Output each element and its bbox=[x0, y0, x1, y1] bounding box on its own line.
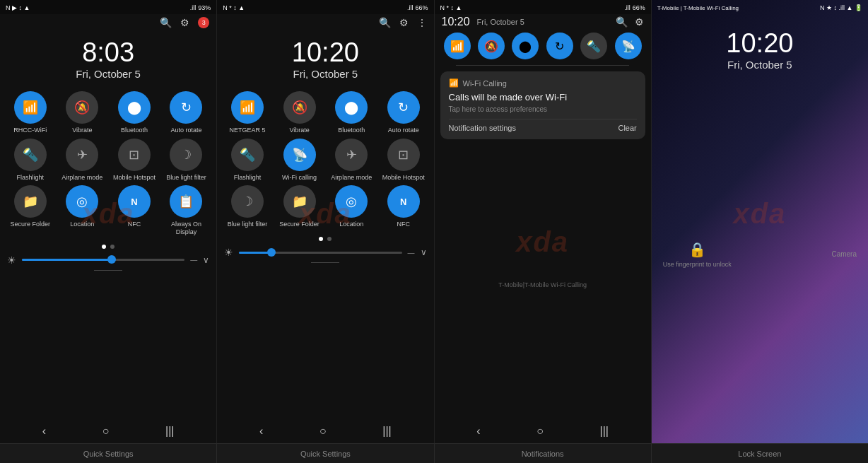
back-btn-2[interactable]: ‹ bbox=[259, 425, 263, 438]
qs-securefolder-label-2: Secure Folder bbox=[279, 221, 319, 228]
qs-hotspot-1[interactable]: ⊡ Mobile Hotspot bbox=[110, 139, 159, 182]
home-btn-3[interactable]: ○ bbox=[536, 425, 544, 438]
brightness-2: ☀ — ∨ bbox=[217, 244, 433, 261]
notif-panel-content-3: 📶 Wi-Fi Calling Calls will be made over … bbox=[435, 69, 651, 148]
settings-icon-3[interactable]: ⚙ bbox=[635, 16, 644, 28]
back-btn-1[interactable]: ‹ bbox=[42, 425, 46, 438]
qs-nfc-1[interactable]: N NFC bbox=[110, 185, 159, 236]
settings-icon-2[interactable]: ⚙ bbox=[399, 17, 409, 28]
qs-flash-1[interactable]: 🔦 Flashlight bbox=[6, 139, 55, 182]
qs-airplane-1[interactable]: ✈ Airplane mode bbox=[58, 139, 107, 182]
dot-active-1 bbox=[102, 245, 106, 249]
qs-location-2[interactable]: ◎ Location bbox=[327, 185, 376, 228]
brightness-thumb-2 bbox=[267, 248, 276, 257]
more-icon-2[interactable]: ⋮ bbox=[417, 17, 427, 28]
screenshots-row: N ▶ ↕ ▲ .ill 93% 🔍 ⚙ 3 8:03 Fri, October… bbox=[0, 0, 868, 443]
time-display-2: 10:20 Fri, October 5 bbox=[217, 31, 433, 91]
notif-clear-btn-3[interactable]: Clear bbox=[618, 124, 636, 132]
caption-1: Quick Settings bbox=[0, 444, 217, 463]
notif-settings-btn-3[interactable]: Notification settings bbox=[449, 124, 516, 132]
notif-title-3: Calls will be made over Wi-Fi bbox=[449, 92, 637, 102]
qs-bluelight-icon-1: ☽ bbox=[170, 139, 202, 171]
qs-bt-1[interactable]: ⬤ Bluetooth bbox=[110, 91, 159, 134]
qs-wifi-1[interactable]: 📶 RHCC-WiFi bbox=[6, 91, 55, 134]
home-btn-2[interactable]: ○ bbox=[319, 425, 327, 438]
xda-watermark-3: xda bbox=[516, 226, 569, 258]
qs-hotspot-label-2: Mobile Hotspot bbox=[382, 174, 425, 182]
qs-location-1[interactable]: ◎ Location bbox=[58, 185, 107, 236]
status-right-2: .ill 66% bbox=[407, 4, 428, 11]
notif-badge-1[interactable]: 3 bbox=[198, 17, 209, 28]
qs-wifi-label-2: NETGEAR 5 bbox=[230, 127, 266, 134]
qs-small-vibrate-3[interactable]: 🔕 bbox=[478, 33, 505, 59]
qs-small-rotate-3[interactable]: ↻ bbox=[546, 33, 573, 59]
qs-location-icon-1: ◎ bbox=[66, 185, 98, 218]
brightness-track-1[interactable] bbox=[22, 259, 184, 261]
brightness-fill-1 bbox=[22, 259, 112, 261]
signal-icon-3: .ill bbox=[624, 4, 631, 11]
brightness-1: ☀ — ∨ bbox=[0, 252, 216, 269]
panel-notifications: N * ↕ ▲ .ill 66% 10:20 Fri, October 5 🔍 … bbox=[435, 0, 652, 443]
qs-small-bt-3[interactable]: ⬤ bbox=[512, 33, 539, 59]
qs-grid-2: 📶 NETGEAR 5 🔕 Vibrate ⬤ Bluetooth ↻ Auto… bbox=[217, 91, 433, 234]
dot-inactive-1 bbox=[110, 245, 115, 249]
brightness-expand-1[interactable]: ∨ bbox=[203, 255, 209, 265]
qs-small-flash-3[interactable]: 🔦 bbox=[580, 33, 607, 59]
search-icon-3[interactable]: 🔍 bbox=[616, 16, 628, 28]
qs-hotspot-2[interactable]: ⊡ Mobile Hotspot bbox=[379, 139, 428, 182]
qs-bluelight-2[interactable]: ☽ Blue light filter bbox=[223, 185, 272, 228]
qs-vibrate-1[interactable]: 🔕 Vibrate bbox=[58, 91, 107, 134]
settings-icon-1[interactable]: ⚙ bbox=[180, 17, 189, 28]
home-btn-1[interactable]: ○ bbox=[102, 425, 110, 438]
camera-label-4[interactable]: Camera bbox=[831, 250, 857, 258]
qs-securefolder-1[interactable]: 📁 Secure Folder bbox=[6, 185, 55, 236]
qs-bluelight-1[interactable]: ☽ Blue light filter bbox=[162, 139, 211, 182]
separator-3 bbox=[456, 65, 629, 66]
nav-bar-1: ‹ ○ ||| bbox=[0, 419, 216, 443]
search-icon-1[interactable]: 🔍 bbox=[160, 17, 172, 28]
brightness-track-2[interactable] bbox=[239, 252, 401, 254]
qs-aod-label-1: Always On Display bbox=[162, 221, 211, 236]
brightness-low-icon-1: ☀ bbox=[7, 254, 16, 266]
captions-row: Quick Settings Quick Settings Notificati… bbox=[0, 443, 868, 463]
qs-flash-2[interactable]: 🔦 Flashlight bbox=[223, 139, 272, 182]
qs-small-wificalling-3[interactable]: 📡 bbox=[615, 33, 642, 59]
back-btn-3[interactable]: ‹ bbox=[476, 425, 480, 438]
qs-bt-label-1: Bluetooth bbox=[121, 127, 148, 134]
qs-rotate-1[interactable]: ↻ Auto rotate bbox=[162, 91, 211, 134]
qs-wificalling-2[interactable]: 📡 Wi-Fi calling bbox=[275, 139, 324, 182]
qs-vibrate-label-2: Vibrate bbox=[289, 127, 309, 134]
status-right-4: N ★ ↕ .ill ▲ 🔋 bbox=[820, 4, 862, 11]
qs-location-label-1: Location bbox=[70, 221, 94, 228]
qs-vibrate-label-1: Vibrate bbox=[72, 127, 92, 134]
qs-small-wifi-3[interactable]: 📶 bbox=[444, 33, 471, 59]
qs-hotspot-icon-1: ⊡ bbox=[118, 139, 151, 171]
recents-btn-3[interactable]: ||| bbox=[599, 425, 608, 438]
qs-bt-2[interactable]: ⬤ Bluetooth bbox=[327, 91, 376, 134]
qs-airplane-2[interactable]: ✈ Airplane mode bbox=[327, 139, 376, 182]
nav-bar-3: ‹ ○ ||| bbox=[435, 419, 651, 443]
dot-inactive-2 bbox=[327, 237, 332, 241]
qs-securefolder-2[interactable]: 📁 Secure Folder bbox=[275, 185, 324, 228]
toolbar-2: 🔍 ⚙ ⋮ bbox=[217, 14, 433, 31]
qs-bluelight-label-2: Blue light filter bbox=[228, 221, 268, 228]
qs-nfc-2[interactable]: N NFC bbox=[379, 185, 428, 228]
qs-location-icon-2: ◎ bbox=[335, 185, 368, 218]
date-2: Fri, October 5 bbox=[217, 68, 433, 80]
qs-rotate-2[interactable]: ↻ Auto rotate bbox=[379, 91, 428, 134]
brightness-low-icon-2: ☀ bbox=[224, 247, 233, 258]
qs-vibrate-2[interactable]: 🔕 Vibrate bbox=[275, 91, 324, 134]
lock-fingerprint-4[interactable]: 🔒 Use fingerprint to unlock bbox=[663, 241, 732, 268]
divider-1 bbox=[94, 270, 122, 271]
recents-btn-2[interactable]: ||| bbox=[382, 425, 391, 438]
qs-aod-1[interactable]: 📋 Always On Display bbox=[162, 185, 211, 236]
nav-bar-2: ‹ ○ ||| bbox=[217, 419, 433, 443]
recents-btn-1[interactable]: ||| bbox=[165, 425, 174, 438]
brightness-expand-2[interactable]: ∨ bbox=[421, 247, 427, 257]
search-icon-2[interactable]: 🔍 bbox=[379, 17, 391, 28]
caption-2: Quick Settings bbox=[217, 444, 434, 463]
qs-wifi-2[interactable]: 📶 NETGEAR 5 bbox=[223, 91, 272, 134]
qs-icons-row-3: 📶 🔕 ⬤ ↻ 🔦 📡 bbox=[435, 30, 651, 62]
qs-flash-icon-1: 🔦 bbox=[14, 139, 47, 171]
battery-1: 93% bbox=[198, 4, 211, 11]
